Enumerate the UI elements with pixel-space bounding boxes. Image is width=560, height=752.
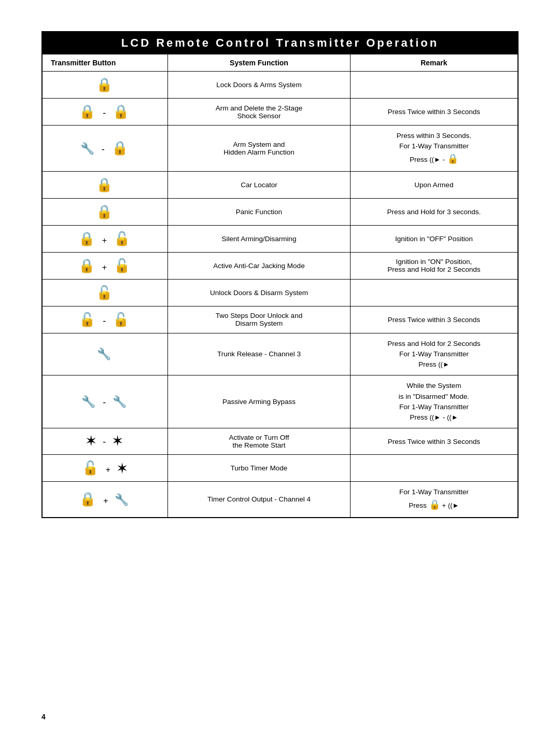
remark-cell: Press Twice within 3 Seconds	[350, 99, 518, 126]
table-row: 🔧 Trunk Release - Channel 3 Press and Ho…	[42, 333, 518, 375]
dash-operator: -	[103, 437, 113, 447]
function-cell: Turbo Timer Mode	[168, 455, 351, 482]
table-row: 🔒 Panic Function Press and Hold for 3 se…	[42, 198, 518, 225]
button-cell: 🔒 - 🔒	[42, 99, 168, 126]
table-row: ✶ - ✶ Activate or Turn Offthe Remote Sta…	[42, 428, 518, 455]
remark-cell	[350, 72, 518, 99]
table-row: 🔒 + 🔓 Active Anti-Car Jacking Mode Ignit…	[42, 252, 518, 279]
button-cell: 🔒	[42, 171, 168, 198]
table-row: 🔒 - 🔒 Arm and Delete the 2-StageShock Se…	[42, 99, 518, 126]
unlock-icon: 🔓	[114, 258, 132, 273]
trunk-icon: 🔧	[115, 493, 131, 506]
col-header-remark: Remark	[350, 54, 518, 72]
function-cell: Panic Function	[168, 198, 351, 225]
plus-operator: +	[102, 236, 114, 245]
button-cell: 🔒 + 🔧	[42, 482, 168, 518]
unlock-icon-2: 🔓	[113, 312, 131, 327]
unlock-icon: 🔓	[82, 460, 101, 476]
button-cell: 🔒 + 🔓	[42, 252, 168, 279]
remark-cell: Press and Hold for 3 seconds.	[350, 198, 518, 225]
function-cell: Lock Doors & Arms System	[168, 72, 351, 99]
button-cell: 🔓	[42, 279, 168, 306]
lock-icon: 🔒	[111, 140, 130, 156]
lock-icon: 🔒	[78, 231, 97, 246]
table-row: 🔓 + ✶ Turbo Timer Mode	[42, 455, 518, 482]
star-icon: ✶	[86, 435, 97, 448]
function-cell: Passive Arming Bypass	[168, 375, 351, 428]
function-cell: Activate or Turn Offthe Remote Start	[168, 428, 351, 455]
lock-icon: 🔒	[96, 177, 115, 192]
unlock-icon: 🔓	[114, 231, 132, 246]
remark-cell: Ignition in "OFF" Position	[350, 225, 518, 252]
plus-operator: +	[106, 465, 117, 474]
lock-icon: 🔒	[79, 104, 97, 119]
remark-cell	[350, 455, 518, 482]
plus-operator: +	[102, 263, 114, 272]
remark-cell: For 1-Way TransmitterPress 🔒 + ((►	[350, 482, 518, 518]
function-cell: Car Locator	[168, 171, 351, 198]
function-cell: Active Anti-Car Jacking Mode	[168, 252, 351, 279]
trunk-icon: 🔧	[80, 142, 96, 155]
remark-cell: While the Systemis in "Disarmed" Mode.Fo…	[350, 375, 518, 428]
table-row: 🔒 + 🔧 Timer Control Output - Channel 4 F…	[42, 482, 518, 518]
button-cell: 🔒 + 🔓	[42, 225, 168, 252]
function-cell: Trunk Release - Channel 3	[168, 333, 351, 375]
trunk-icon: 🔧	[81, 395, 97, 408]
dash-operator: -	[103, 316, 113, 326]
remark-cell: Upon Armed	[350, 171, 518, 198]
table-row: 🔒 Lock Doors & Arms System	[42, 72, 518, 99]
function-cell: Timer Control Output - Channel 4	[168, 482, 351, 518]
table-row: 🔒 Car Locator Upon Armed	[42, 171, 518, 198]
lock-icon: 🔒	[78, 258, 97, 273]
button-cell: ✶ - ✶	[42, 428, 168, 455]
remark-cell: Press Twice within 3 Seconds	[350, 428, 518, 455]
table-row: 🔓 Unlock Doors & Disarm System	[42, 279, 518, 306]
col-header-button: Transmitter Button	[42, 54, 168, 72]
dash-operator: -	[103, 108, 113, 118]
button-cell: 🔓 + ✶	[42, 455, 168, 482]
function-cell: Arm System andHidden Alarm Function	[168, 126, 351, 172]
table-row: 🔓 - 🔓 Two Steps Door Unlock andDisarm Sy…	[42, 306, 518, 333]
trunk-icon: 🔧	[97, 347, 113, 360]
button-cell: 🔒	[42, 72, 168, 99]
col-header-function: System Function	[168, 54, 351, 72]
remark-cell: Press and Hold for 2 SecondsFor 1-Way Tr…	[350, 333, 518, 375]
dash-operator: -	[103, 397, 113, 408]
table-row: 🔧 - 🔒 Arm System andHidden Alarm Functio…	[42, 126, 518, 172]
function-cell: Arm and Delete the 2-StageShock Sensor	[168, 99, 351, 126]
function-cell: Unlock Doors & Disarm System	[168, 279, 351, 306]
star-icon-2: ✶	[113, 435, 124, 448]
main-table: LCD Remote Control Transmitter Operation…	[41, 31, 519, 518]
lock-icon: 🔒	[79, 491, 98, 507]
button-cell: 🔒	[42, 198, 168, 225]
table-title: LCD Remote Control Transmitter Operation	[42, 32, 518, 54]
lock-icon-2: 🔒	[113, 104, 131, 119]
table-row: 🔒 + 🔓 Silent Arming/Disarming Ignition i…	[42, 225, 518, 252]
dash-operator: -	[102, 144, 111, 155]
remark-cell	[350, 279, 518, 306]
remark-cell: Press Twice within 3 Seconds	[350, 306, 518, 333]
unlock-icon: 🔓	[96, 285, 115, 300]
remark-cell: Press within 3 Seconds.For 1-Way Transmi…	[350, 126, 518, 172]
button-cell: 🔓 - 🔓	[42, 306, 168, 333]
button-cell: 🔧	[42, 333, 168, 375]
lock-icon: 🔒	[96, 204, 115, 219]
lock-icon: 🔒	[96, 77, 115, 92]
plus-operator: +	[103, 496, 115, 505]
page-number: 4	[41, 713, 46, 721]
button-cell: 🔧 - 🔧	[42, 375, 168, 428]
function-cell: Silent Arming/Disarming	[168, 225, 351, 252]
star-icon: ✶	[117, 462, 129, 475]
function-cell: Two Steps Door Unlock andDisarm System	[168, 306, 351, 333]
trunk-icon-2: 🔧	[113, 395, 129, 408]
remark-cell: Ignition in "ON" Position,Press and Hold…	[350, 252, 518, 279]
unlock-icon: 🔓	[79, 312, 97, 327]
table-row: 🔧 - 🔧 Passive Arming Bypass While the Sy…	[42, 375, 518, 428]
button-cell: 🔧 - 🔒	[42, 126, 168, 172]
